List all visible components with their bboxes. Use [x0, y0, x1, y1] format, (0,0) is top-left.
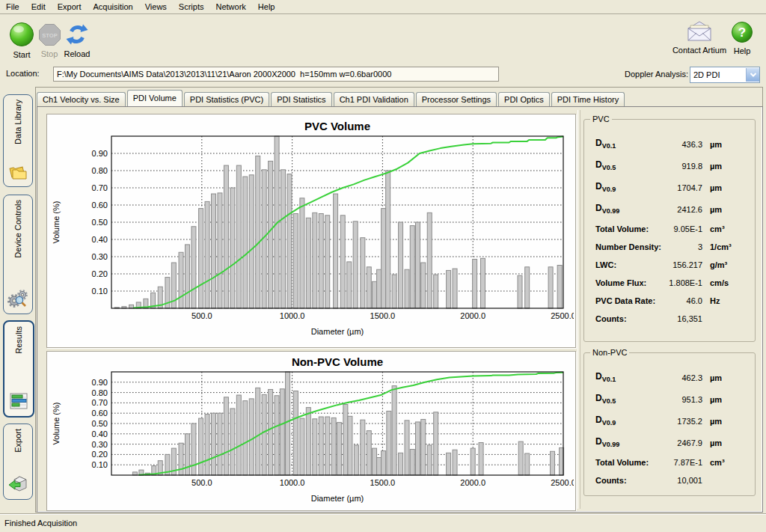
svg-text:0.20: 0.20	[92, 450, 108, 459]
status-bar: Finished Acquisition	[0, 513, 766, 532]
svg-text:0.90: 0.90	[92, 149, 108, 158]
chevron-down-icon[interactable]	[746, 68, 759, 82]
help-button[interactable]: ? Help	[729, 21, 756, 55]
contact-artium-button[interactable]: Contact Artium	[672, 20, 727, 55]
svg-text:500.0: 500.0	[192, 478, 212, 487]
svg-text:Volume (%): Volume (%)	[52, 201, 61, 244]
location-input[interactable]	[53, 67, 499, 82]
tab-processor-settings[interactable]: Processor Settings	[416, 92, 497, 106]
menu-network[interactable]: Network	[209, 0, 251, 13]
svg-text:0.20: 0.20	[92, 269, 108, 278]
results-view: Ch1 Velocity vs. Size PDI Volume PDI Sta…	[35, 87, 763, 513]
sidebar-item-device-controls[interactable]: Device Controls	[3, 195, 33, 314]
sidebar-item-data-library[interactable]: Data Library	[3, 94, 33, 187]
start-button[interactable]: Start	[4, 22, 39, 59]
toolbar: Start STOP Stop Reload	[0, 14, 766, 64]
doppler-analysis-label: Doppler Analysis:	[625, 70, 688, 79]
stat-row-total-volume: Total Volume: 9.05E-1cm³	[584, 220, 755, 238]
pvc-volume-chart-panel: 0.100.200.300.400.500.600.700.800.90500.…	[46, 114, 576, 348]
tab-ch1-velocity-vs-size[interactable]: Ch1 Velocity vs. Size	[37, 92, 126, 106]
svg-text:Non-PVC Volume: Non-PVC Volume	[292, 355, 383, 368]
svg-text:1500.0: 1500.0	[370, 311, 396, 320]
menu-scripts[interactable]: Scripts	[173, 0, 210, 13]
stat-row-dv09: DV0.9 1735.2µm	[584, 410, 755, 432]
stat-row-volume-flux: Volume Flux: 1.808E-1cm/s	[584, 274, 755, 292]
tab-pdi-statistics[interactable]: PDI Statistics	[271, 92, 331, 106]
svg-text:0.80: 0.80	[92, 166, 108, 175]
stat-row-dv05: DV0.5 919.8µm	[584, 155, 755, 177]
non-pvc-group-title: Non-PVC	[590, 348, 629, 357]
svg-text:0.90: 0.90	[92, 378, 108, 387]
svg-text:0.60: 0.60	[92, 201, 108, 210]
svg-text:0.50: 0.50	[92, 218, 108, 227]
svg-text:0.40: 0.40	[92, 235, 108, 244]
svg-text:2500.0: 2500.0	[551, 478, 574, 487]
splitter[interactable]	[577, 110, 580, 509]
menu-bar: File Edit Export Acquisition Views Scrip…	[0, 0, 766, 14]
svg-text:1000.0: 1000.0	[280, 311, 305, 320]
question-glyph: ?	[738, 25, 746, 40]
stat-row-pvc-data-rate: PVC Data Rate: 46.0Hz	[584, 292, 755, 310]
stat-row-number-density: Number Density: 31/cm³	[584, 238, 755, 256]
svg-text:0.10: 0.10	[92, 287, 108, 296]
reload-button[interactable]: Reload	[61, 22, 93, 58]
svg-text:1000.0: 1000.0	[280, 478, 305, 487]
sidebar-item-export[interactable]: Export	[3, 424, 33, 500]
stat-row-lwc: LWC: 156.217g/m³	[584, 256, 755, 274]
doppler-analysis-value: 2D PDI	[690, 70, 746, 79]
sidebar-item-results[interactable]: Results	[3, 320, 34, 418]
folders-icon	[7, 162, 28, 183]
stat-row-dv09: DV0.9 1704.7µm	[584, 177, 755, 198]
stop-button[interactable]: STOP Stop	[36, 23, 63, 58]
tab-bar: Ch1 Velocity vs. Size PDI Volume PDI Sta…	[37, 91, 626, 106]
svg-text:0.70: 0.70	[92, 398, 108, 407]
pdi-volume-panel: 0.100.200.300.400.500.600.700.800.90500.…	[37, 106, 763, 513]
stat-row-dv01: DV0.1 436.3µm	[584, 133, 755, 155]
svg-text:0.70: 0.70	[92, 183, 108, 192]
svg-text:0.10: 0.10	[92, 460, 108, 469]
doppler-analysis-select[interactable]: 2D PDI	[690, 67, 760, 83]
tab-pdi-time-history[interactable]: PDI Time History	[551, 92, 625, 106]
export-icon	[7, 474, 28, 495]
stat-row-counts: Counts: 16,351	[584, 310, 755, 328]
stop-glyph: STOP	[42, 32, 57, 39]
tab-pdi-statistics-pvc[interactable]: PDI Statistics (PVC)	[184, 92, 269, 106]
svg-text:500.0: 500.0	[192, 311, 212, 320]
location-row: Location: Doppler Analysis: 2D PDI	[0, 64, 766, 85]
stat-row-dv099: DV0.99 2467.9µm	[584, 432, 755, 453]
envelope-icon	[686, 35, 713, 44]
tab-ch1-pdi-validation[interactable]: Ch1 PDI Validation	[334, 92, 414, 106]
pvc-group-title: PVC	[590, 114, 612, 123]
tab-pdi-volume[interactable]: PDI Volume	[127, 90, 183, 106]
stat-row-total-volume: Total Volume: 7.87E-1cm³	[584, 453, 755, 471]
pvc-volume-chart: 0.100.200.300.400.500.600.700.800.90500.…	[47, 114, 574, 346]
svg-text:0.30: 0.30	[92, 440, 108, 449]
reload-icon	[65, 39, 89, 48]
pvc-stats-group: PVC DV0.1 436.3µm DV0.5 919.8µm DV0.9 17…	[583, 119, 756, 342]
stat-row-dv099: DV0.99 2412.6µm	[584, 198, 755, 220]
tab-pdi-optics[interactable]: PDI Optics	[498, 92, 550, 106]
svg-text:2000.0: 2000.0	[460, 478, 485, 487]
svg-text:Diameter (µm): Diameter (µm)	[311, 327, 364, 336]
help-icon: ?	[731, 36, 753, 45]
non-pvc-stats-group: Non-PVC DV0.1 462.3µm DV0.5 951.3µm DV0.…	[583, 352, 756, 496]
menu-edit[interactable]: Edit	[25, 0, 52, 13]
svg-text:PVC Volume: PVC Volume	[304, 120, 370, 132]
menu-export[interactable]: Export	[52, 0, 88, 13]
gears-icon	[7, 287, 28, 310]
non-pvc-volume-chart-panel: 0.100.200.300.400.500.600.700.800.90500.…	[46, 351, 576, 511]
svg-text:2000.0: 2000.0	[460, 311, 485, 320]
bar-chart-icon	[8, 391, 29, 412]
stat-row-counts: Counts: 10,001	[584, 471, 755, 489]
svg-text:Volume (%): Volume (%)	[52, 403, 61, 445]
menu-acquisition[interactable]: Acquisition	[88, 0, 139, 13]
location-label: Location:	[6, 69, 40, 78]
svg-text:2500.0: 2500.0	[551, 311, 574, 320]
menu-help[interactable]: Help	[252, 0, 281, 13]
start-icon	[9, 40, 34, 49]
stop-icon: STOP	[38, 39, 61, 48]
status-text: Finished Acquisition	[4, 519, 77, 528]
menu-views[interactable]: Views	[139, 0, 173, 13]
stat-row-dv01: DV0.1 462.3µm	[584, 367, 755, 388]
menu-file[interactable]: File	[0, 0, 25, 13]
